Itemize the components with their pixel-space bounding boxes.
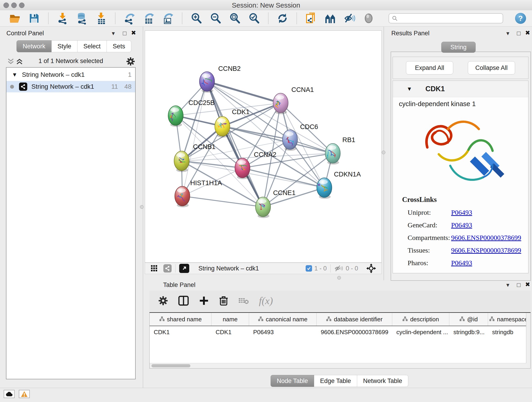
tab-node-table[interactable]: Node Table [271,375,314,387]
expand-all-button[interactable]: Expand All [406,61,453,75]
cell-shared-name[interactable]: CDK1 [150,326,211,338]
network-view-canvas[interactable]: CCNB2CCNA1CDC25BCDK1CDC6RB1CCNB1CCNA2CDK… [145,31,382,263]
panel-close-icon[interactable]: ✖ [525,281,530,288]
warnings-button[interactable] [19,390,30,398]
column-header-description[interactable]: description [392,313,449,326]
cell-name[interactable]: CDK1 [211,326,249,338]
pan-crosshair-icon[interactable] [366,263,376,274]
delete-table-icon[interactable] [238,297,249,305]
column-header-name[interactable]: name [211,313,249,326]
network-node-cdkn1a[interactable]: CDKN1A [317,171,361,199]
show-all-icon[interactable] [362,12,375,25]
apply-layout-icon[interactable] [276,12,289,25]
open-in-window-button[interactable] [179,264,189,273]
crosslinks-title: CrossLinks [402,196,525,204]
hide-selected-icon[interactable] [343,12,355,25]
network-node-ccnb2[interactable]: CCNB2 [200,65,241,93]
collapse-all-button[interactable]: Collapse All [468,61,515,75]
crosslink-compartmentslink[interactable]: 9606.ENSP00000378699 [451,234,521,242]
panel-menu-icon[interactable]: ▾ [506,30,509,37]
panel-menu-icon[interactable]: ▾ [506,281,509,288]
cell-description[interactable]: cyclin-dependent ... [392,326,449,338]
function-builder-icon[interactable]: f(x) [259,295,273,307]
collapse-arrow-icon[interactable]: ▼ [407,86,412,92]
panel-close-icon[interactable]: ✖ [131,29,136,36]
splitter-handle[interactable] [337,276,341,280]
panel-float-icon[interactable]: □ [517,30,520,37]
network-edge[interactable] [182,82,207,196]
panel-menu-icon[interactable]: ▾ [112,30,115,37]
scrollbar-thumb[interactable] [152,364,190,367]
column-header-id[interactable]: @id [449,313,488,326]
splitter-handle[interactable] [140,205,144,209]
gene-entry-header[interactable]: ▼ CDK1 [393,81,528,97]
collapse-arrow-icon[interactable]: ▼ [12,71,17,78]
column-label: canonical name [266,316,307,323]
crosslink-pharoslink[interactable]: P06493 [451,259,472,267]
network-row-selected[interactable]: String Network – cdk1 11 48 [6,81,135,92]
gear-icon[interactable] [158,296,168,306]
tab-edge-table[interactable]: Edge Table [314,375,357,387]
column-label: namespace [497,316,528,323]
import-network-database-icon[interactable] [76,12,88,25]
panel-close-icon[interactable]: ✖ [525,29,530,36]
zoom-in-icon[interactable] [190,12,203,25]
cloud-button[interactable] [4,390,15,398]
tab-sets[interactable]: Sets [107,40,131,52]
vertical-scrollbar[interactable] [526,313,530,368]
crosslink-tissueslink[interactable]: 9606.ENSP00000378699 [451,246,521,254]
panel-float-icon[interactable]: □ [517,281,520,288]
export-table-icon[interactable] [143,12,155,25]
export-image-icon[interactable] [162,12,174,25]
splitter-handle[interactable] [382,151,385,154]
crosslink-genecardlink[interactable]: P06493 [451,221,472,229]
crosslink-row: Uniprot:P06493 [402,209,525,216]
tab-network[interactable]: Network [17,40,51,52]
help-button[interactable]: ? [515,13,526,24]
zoom-fit-icon[interactable] [229,12,241,25]
tab-string[interactable]: String [441,42,476,53]
tab-network-table[interactable]: Network Table [357,375,409,387]
open-session-icon[interactable] [9,12,21,25]
panel-float-icon[interactable]: □ [123,30,127,37]
columns-icon[interactable] [178,296,189,306]
tab-style[interactable]: Style [51,40,77,52]
column-header-canonical-name[interactable]: canonical name [249,313,317,326]
table-row[interactable]: CDK1CDK1P064939606.ENSP00000378699cyclin… [150,326,530,338]
add-column-icon[interactable] [199,296,209,306]
network-node-ccna1[interactable]: CCNA1 [273,86,314,114]
column-header-database-identifier[interactable]: database identifier [317,313,392,326]
tab-select[interactable]: Select [77,40,107,52]
network-edge[interactable] [207,82,280,103]
network-edge[interactable] [182,196,263,207]
toolbar-separator [115,13,115,24]
grid-view-icon[interactable] [151,265,158,272]
column-header-namespace[interactable]: namespace [488,313,529,326]
selected-checkbox-icon[interactable] [306,265,312,272]
node-label: CDC25B [189,99,215,106]
save-session-icon[interactable] [28,12,40,25]
first-neighbors-icon[interactable] [324,12,336,25]
gear-icon[interactable] [126,57,135,66]
column-header-shared-name[interactable]: shared name [150,313,211,326]
export-network-icon[interactable] [123,12,136,25]
horizontal-scrollbar[interactable] [150,363,526,368]
search-field[interactable] [389,13,503,23]
cell-database-identifier[interactable]: 9606.ENSP00000378699 [317,326,392,338]
crosslink-uniprotlink[interactable]: P06493 [451,209,472,216]
network-node-rb1[interactable]: RB1 [325,136,355,165]
network-share-icon[interactable] [163,264,172,273]
zoom-out-icon[interactable] [209,12,222,25]
cell-namespace[interactable]: stringdb [488,326,529,338]
cell-canonical-name[interactable]: P06493 [249,326,317,338]
zoom-selected-icon[interactable] [248,12,260,25]
column-type-icon [326,316,331,323]
network-collection-row[interactable]: ▼ String Network – cdk1 1 [6,69,135,80]
import-network-file-icon[interactable] [56,12,69,25]
search-input[interactable] [399,15,497,22]
import-table-file-icon[interactable] [95,12,107,25]
cell-id[interactable]: stringdb:9... [449,326,488,338]
new-network-from-selection-icon[interactable] [305,12,317,25]
delete-column-icon[interactable] [219,295,228,306]
search-icon [392,15,398,21]
